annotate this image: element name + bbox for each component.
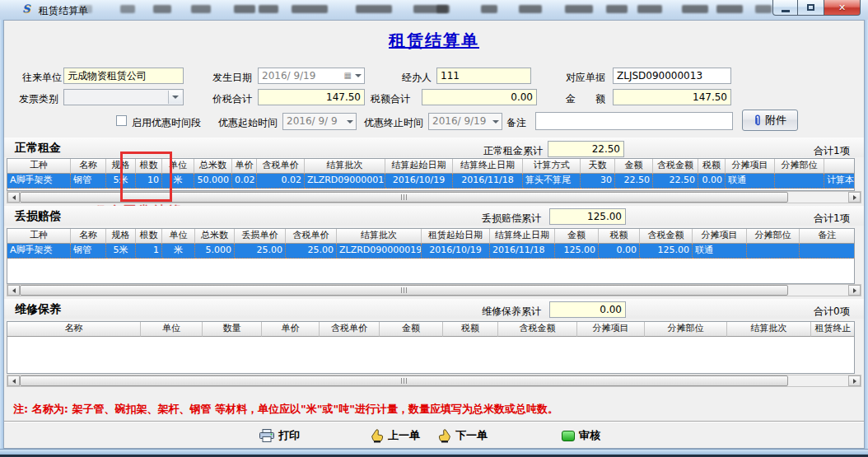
column-header: 含税单价 xyxy=(257,159,305,174)
table-cell: 2016/11/18 xyxy=(453,174,523,189)
column-header: 金额 xyxy=(615,159,653,174)
maintenance-count: 合计0项 xyxy=(814,305,850,319)
window-controls: ✕ xyxy=(772,0,861,16)
background-menu-blur xyxy=(259,5,278,13)
scroll-left-button[interactable] xyxy=(7,285,20,296)
column-header: 工种 xyxy=(7,159,71,174)
background-menu-blur xyxy=(481,5,497,13)
minimize-button[interactable] xyxy=(772,0,798,16)
table-row[interactable]: A脚手架类钢管5米1米5.00025.0025.00ZLZRD090000019… xyxy=(7,244,854,259)
audit-status-icon xyxy=(562,431,575,441)
scroll-left-button[interactable] xyxy=(7,375,20,386)
normal-rent-table: 工种名称规格根数单位总米数单价含税单价结算批次结算起始日期结算终止日期计算方式天… xyxy=(7,158,855,191)
tax-total-field[interactable]: 147.50 xyxy=(258,89,365,105)
table-cell: A脚手架类 xyxy=(7,244,71,259)
table-cell: 10 xyxy=(136,174,162,189)
tax-total-label: 价税合计 xyxy=(212,92,252,106)
column-header: 总米数 xyxy=(195,229,235,244)
table-cell: 22.50 xyxy=(615,174,653,189)
table-cell: 22.50 xyxy=(653,174,698,189)
column-header: 金额 xyxy=(380,322,443,337)
maximize-button[interactable] xyxy=(798,0,824,16)
chevron-down-icon xyxy=(347,120,353,124)
previous-record-button[interactable]: 上一单 xyxy=(371,427,420,445)
table-header-row: 工种名称规格根数单位总米数丢损单价含税单价结算批次租赁起始日期结算终止日期金额税… xyxy=(7,229,854,244)
chevron-down-icon xyxy=(492,120,499,124)
separator-line xyxy=(4,421,864,422)
table-cell: ZLZRD090000019 xyxy=(337,244,422,259)
footer-note: 注: 名称为: 架子管、碗扣架、架杆、钢管 等材料，单位应以"米"或"吨"进行计… xyxy=(13,402,558,417)
discount-start-picker[interactable]: 2016/ 9/ 9 xyxy=(282,113,357,130)
table-cell: 0.02 xyxy=(257,174,305,189)
chevron-down-icon xyxy=(355,74,362,77)
column-header: 单位 xyxy=(141,322,203,337)
close-button[interactable]: ✕ xyxy=(824,0,861,16)
date-label: 发生日期 xyxy=(212,71,252,85)
scrollbar-grip-icon xyxy=(401,287,408,293)
refdoc-input[interactable] xyxy=(613,68,731,84)
print-button[interactable]: 打印 xyxy=(259,427,300,445)
partner-input[interactable] xyxy=(63,68,184,84)
scrollbar-grip-icon xyxy=(401,378,408,384)
background-menu-blur xyxy=(716,5,743,13)
table-cell: 联通 xyxy=(693,244,747,259)
column-header: 规格 xyxy=(106,159,136,174)
operator-input[interactable] xyxy=(436,68,531,84)
table-cell: A脚手架类 xyxy=(7,174,71,189)
column-header: 含税金额 xyxy=(498,322,577,337)
column-header: 分摊项目 xyxy=(693,229,747,244)
column-header: 税额 xyxy=(443,322,498,337)
maintenance-table: 名称单位数量单价含税单价金额税额含税金额分摊项目分摊部位结算批次租赁终止 xyxy=(7,321,855,374)
date-picker[interactable]: 2016/ 9/19 ▦ xyxy=(258,68,365,84)
discount-period-checkbox[interactable] xyxy=(116,115,127,126)
scroll-left-button[interactable] xyxy=(7,192,20,203)
column-header: 根数 xyxy=(136,229,162,244)
dropdown-arrow-box xyxy=(168,91,182,104)
discount-end-picker[interactable]: 2016/ 9/19 xyxy=(428,113,502,130)
background-menu-blur xyxy=(519,5,542,13)
invoice-type-select[interactable] xyxy=(63,89,184,105)
table-cell: 钢管 xyxy=(71,244,106,259)
column-header: 含税金额 xyxy=(640,229,693,244)
scroll-right-button[interactable] xyxy=(848,285,861,296)
loss-h-scrollbar[interactable] xyxy=(7,284,861,296)
audit-button[interactable]: 审核 xyxy=(562,427,600,445)
section-title-loss: 丢损赔偿 xyxy=(15,209,61,224)
tax-amount-field[interactable]: 0.00 xyxy=(422,89,537,105)
column-header: 名称 xyxy=(7,322,141,337)
scroll-right-button[interactable] xyxy=(848,375,861,386)
next-record-button[interactable]: 下一单 xyxy=(438,427,488,445)
background-menu-blur xyxy=(637,5,662,13)
table-row[interactable]: A脚手架类钢管5米10米50.0000.020.02ZLZRD090000019… xyxy=(7,174,854,189)
background-menu-blur xyxy=(120,5,135,13)
attachment-button[interactable]: 附件 xyxy=(742,110,798,131)
scrollbar-thumb[interactable] xyxy=(20,375,788,386)
table-header-row: 名称单位数量单价含税单价金额税额含税金额分摊项目分摊部位结算批次租赁终止 xyxy=(7,322,854,337)
scrollbar-thumb[interactable] xyxy=(20,285,788,296)
window-border-bottom xyxy=(0,449,868,457)
background-menu-blur xyxy=(436,5,450,13)
scroll-right-button[interactable] xyxy=(848,192,861,203)
scrollbar-thumb[interactable] xyxy=(20,192,788,203)
column-header: 天数 xyxy=(581,159,615,174)
column-header: 含税单价 xyxy=(320,322,380,337)
column-header: 单位 xyxy=(162,229,195,244)
partner-label: 往来单位 xyxy=(22,71,62,85)
normal-rent-h-scrollbar[interactable] xyxy=(7,191,861,203)
table-cell xyxy=(800,244,855,259)
close-icon: ✕ xyxy=(838,2,846,13)
column-header: 名称 xyxy=(71,159,106,174)
table-cell: 0.02 xyxy=(232,174,257,189)
background-menu-blur xyxy=(755,5,772,13)
amount-field[interactable]: 147.50 xyxy=(613,89,731,105)
table-cell: 米 xyxy=(162,244,195,259)
column-header: 结算起始日期 xyxy=(385,159,453,174)
column-header: 单价 xyxy=(262,322,320,337)
maintenance-h-scrollbar[interactable] xyxy=(7,375,861,387)
normal-rent-total-label: 正常租金累计 xyxy=(483,144,543,158)
remark-label: 备注 xyxy=(506,116,526,130)
column-header: 结算批次 xyxy=(337,229,422,244)
column-header: 结算批次 xyxy=(727,322,811,337)
background-menu-blur xyxy=(565,5,593,13)
remark-input[interactable] xyxy=(535,112,733,130)
